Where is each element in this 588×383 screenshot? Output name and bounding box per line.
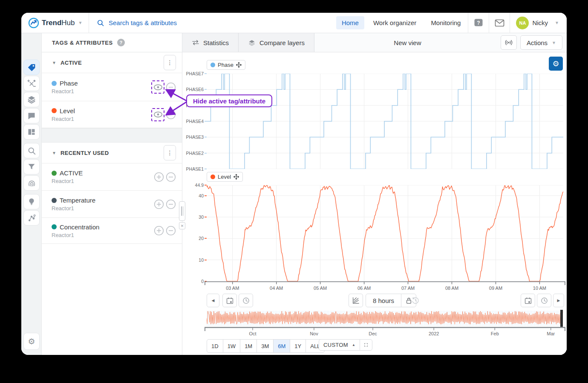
tag-row-temperature[interactable]: Temperature Reactor1 [42, 190, 182, 217]
tag-row-phase[interactable]: Phase Reactor1 [42, 73, 182, 101]
panel-resize-grip[interactable]: ✕ [179, 201, 185, 229]
eye-icon[interactable] [153, 84, 163, 91]
start-calendar-button[interactable] [222, 294, 237, 307]
rail-dashboard-button[interactable] [23, 124, 40, 140]
compare-layers-icon [248, 39, 256, 46]
start-time-button[interactable] [239, 294, 253, 307]
phase-step-chart[interactable] [207, 74, 563, 169]
axis-tick-label: Nov [310, 331, 318, 336]
remove-tag-button[interactable] [166, 82, 176, 92]
axis-tick-label: Mar [547, 331, 555, 336]
messages-button[interactable] [489, 13, 510, 33]
phase-legend[interactable]: Phase [207, 60, 245, 70]
rail-recommendations-button[interactable] [23, 194, 40, 209]
tag-name: Phase [60, 80, 78, 87]
section-menu-button[interactable]: ⋮ [164, 145, 176, 160]
pan-right-button[interactable]: ▶ [553, 294, 564, 307]
axis-tick-label: Feb [491, 331, 499, 336]
tab-statistics[interactable]: Statistics [182, 33, 239, 52]
add-tag-button[interactable] [154, 226, 164, 236]
level-legend[interactable]: Level [207, 172, 243, 182]
tag-row-active[interactable]: ACTIVE Reactor1 [42, 163, 182, 190]
avatar[interactable]: NA [516, 17, 529, 29]
panel-help-icon[interactable]: ? [117, 39, 125, 46]
add-tag-button[interactable] [154, 172, 164, 182]
range-1w[interactable]: 1W [223, 339, 241, 353]
remove-tag-button[interactable] [166, 199, 176, 209]
tag-row-concentration[interactable]: Concentration Reactor1 [42, 217, 182, 244]
drag-handle-icon[interactable] [179, 201, 185, 221]
custom-range-group: CUSTOM ▲ [319, 339, 372, 351]
overview-strip[interactable] [207, 310, 563, 327]
section-title: ACTIVE [61, 60, 164, 66]
actions-button[interactable]: Actions ▼ [520, 35, 562, 50]
app-logo[interactable]: TrendHub ▼ [21, 17, 89, 29]
clock-icon [242, 297, 250, 304]
lightbulb-icon [28, 197, 35, 206]
end-calendar-button[interactable] [521, 294, 535, 307]
history-button[interactable] [409, 294, 422, 307]
collapse-caret-icon[interactable]: ▼ [52, 151, 56, 155]
tag-name: Concentration [60, 223, 99, 231]
remove-tag-button[interactable] [166, 109, 176, 120]
actions-label: Actions [527, 39, 548, 46]
axis-tick-label: 44.9 [184, 183, 204, 188]
tag-name: Level [60, 107, 75, 114]
duration-label: 8 hours [366, 297, 401, 304]
move-icon[interactable] [236, 62, 242, 68]
rail-context-graph-button[interactable] [23, 210, 40, 226]
pan-left-button[interactable]: ◀ [207, 294, 219, 307]
rail-formulas-button[interactable] [23, 76, 40, 91]
nav-work-organizer[interactable]: Work organizer [368, 16, 422, 29]
nav-home[interactable]: Home [336, 16, 364, 29]
nav-monitoring[interactable]: Monitoring [425, 16, 466, 29]
comment-icon [27, 111, 36, 120]
rail-fingerprint-button[interactable] [23, 175, 40, 191]
remove-tag-button[interactable] [166, 172, 176, 182]
range-1m[interactable]: 1M [240, 339, 257, 353]
range-1d[interactable]: 1D [207, 339, 223, 353]
global-search[interactable]: Search tags & attributes [89, 19, 334, 27]
chart-settings-button[interactable]: ⚙ [549, 57, 563, 71]
chart-canvas: Phase Level [183, 52, 567, 355]
collapse-caret-icon[interactable]: ▼ [52, 60, 56, 65]
broadcast-button[interactable] [501, 35, 517, 50]
tag-row-level[interactable]: Level Reactor1 [42, 101, 182, 128]
range-1y[interactable]: 1Y [290, 339, 306, 353]
move-icon[interactable] [233, 174, 239, 180]
axis-tick-label: Oct [249, 331, 256, 336]
filter-icon [27, 163, 36, 171]
remove-tag-button[interactable] [166, 226, 176, 236]
tag-color-dot [52, 108, 57, 113]
tab-compare-layers[interactable]: Compare layers [239, 33, 314, 52]
fit-range-button[interactable] [360, 339, 372, 351]
help-button[interactable]: ? [468, 13, 489, 33]
section-menu-button[interactable]: ⋮ [164, 55, 176, 70]
rail-comments-button[interactable] [23, 108, 40, 123]
level-line-chart[interactable] [207, 185, 563, 281]
range-3m[interactable]: 3M [257, 339, 274, 353]
rail-filter-button[interactable] [23, 159, 40, 174]
time-x-axis [205, 281, 565, 286]
svg-text:?: ? [477, 20, 480, 26]
search-icon [27, 146, 36, 155]
rail-tags-button[interactable] [23, 60, 40, 75]
trend-lines-icon [352, 297, 360, 304]
rail-settings-button[interactable]: ⚙ [23, 333, 40, 350]
rail-search-button[interactable] [23, 143, 40, 158]
end-time-button[interactable] [537, 294, 551, 307]
search-input[interactable]: Search tags & attributes [109, 19, 177, 26]
duration-button[interactable]: 8 hours [366, 294, 401, 307]
close-panel-button[interactable]: ✕ [179, 222, 185, 229]
rail-layers-button[interactable] [23, 92, 40, 107]
user-menu[interactable]: NA Nicky ▼ [510, 17, 567, 29]
add-tag-button[interactable] [154, 199, 164, 209]
range-6m[interactable]: 6M [273, 339, 290, 353]
icon-rail: ⚙ [21, 33, 42, 355]
trend-scale-button[interactable] [349, 294, 363, 307]
search-icon [97, 19, 104, 27]
custom-range-button[interactable]: CUSTOM ▲ [319, 339, 360, 351]
mail-icon [495, 19, 504, 27]
formulas-icon [27, 79, 36, 88]
eye-icon[interactable] [153, 111, 163, 118]
